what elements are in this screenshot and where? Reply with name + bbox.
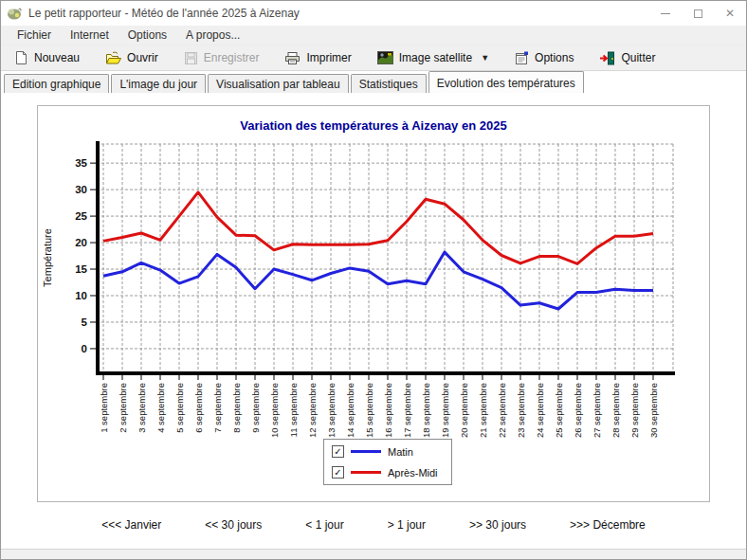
tab-statistiques[interactable]: Statistiques [351, 74, 427, 93]
x-tick-label: 17 septembre [402, 383, 412, 438]
x-tick-label: 24 septembre [535, 383, 545, 438]
nav-decembre[interactable]: >>> Décembre [570, 518, 646, 532]
x-tick-label: 18 septembre [421, 383, 431, 438]
open-folder-icon [105, 51, 121, 65]
apres-midi-checkbox[interactable]: ✓ [332, 466, 344, 479]
ouvrir-label: Ouvrir [127, 51, 158, 64]
title-bar: Le petit rapporteur - Météo de l'année 2… [1, 1, 746, 26]
legend-item-apres-midi: ✓ Après-Midi [332, 466, 444, 479]
maximize-button[interactable] [682, 1, 714, 26]
window-title: Le petit rapporteur - Météo de l'année 2… [28, 7, 649, 20]
close-icon: ✕ [725, 7, 735, 20]
y-tick-label: 30 [75, 184, 87, 195]
x-tick-label: 29 septembre [629, 383, 640, 438]
chart-panel: Variation des températures à Aizenay en … [37, 105, 710, 502]
tab-edition-graphique[interactable]: Edition graphique [4, 74, 109, 93]
menu-a-propos[interactable]: A propos... [176, 26, 249, 45]
maximize-icon [694, 9, 702, 18]
y-tick-label: 35 [75, 157, 87, 169]
matin-label: Matin [388, 446, 413, 458]
imprimer-button[interactable]: Imprimer [284, 51, 351, 65]
quitter-label: Quitter [621, 51, 655, 64]
tab-evolution-des-temperatures[interactable]: Evolution des températures [428, 71, 584, 93]
options-label: Options [535, 51, 574, 64]
date-navigation: <<< Janvier << 30 jours < 1 jour > 1 jou… [1, 518, 746, 532]
x-tick-label: 8 septembre [231, 383, 242, 433]
x-tick-label: 1 septembre [99, 383, 109, 433]
nouveau-button[interactable]: Nouveau [14, 50, 80, 65]
y-tick-label: 15 [75, 263, 87, 275]
series-line-1 [103, 192, 653, 264]
dropdown-arrow-icon: ▼ [481, 53, 489, 63]
printer-icon [284, 51, 301, 65]
apres-midi-line-sample [351, 471, 381, 474]
x-tick-label: 21 septembre [478, 383, 488, 438]
x-tick-label: 6 septembre [193, 383, 204, 433]
app-icon [7, 6, 22, 21]
y-tick-label: 20 [75, 237, 87, 248]
x-tick-label: 16 septembre [383, 383, 393, 438]
tab-page-content: Variation des températures à Aizenay en … [1, 93, 746, 549]
quit-icon [599, 51, 615, 65]
x-tick-label: 5 septembre [174, 383, 185, 433]
y-axis [96, 141, 100, 375]
imprimer-label: Imprimer [306, 51, 351, 64]
x-tick-label: 4 septembre [155, 383, 166, 433]
matin-checkbox[interactable]: ✓ [332, 445, 344, 458]
x-tick-label: 2 septembre [118, 383, 128, 433]
nav-janvier[interactable]: <<< Janvier [101, 518, 161, 532]
nouveau-label: Nouveau [34, 51, 80, 64]
x-tick-label: 27 septembre [592, 383, 602, 438]
nav-forward-1-jour[interactable]: > 1 jour [388, 518, 426, 532]
y-tick-label: 5 [82, 316, 88, 328]
menu-bar: Fichier Internet Options A propos... [1, 26, 746, 45]
x-tick-label: 19 septembre [440, 383, 450, 438]
close-button[interactable]: ✕ [714, 1, 746, 26]
save-icon [184, 51, 198, 65]
x-tick-label: 11 septembre [288, 383, 299, 437]
nav-forward-30-jours[interactable]: >> 30 jours [469, 518, 526, 532]
minimize-icon [661, 13, 670, 14]
x-tick-label: 23 septembre [516, 383, 526, 438]
x-tick-label: 15 septembre [364, 383, 374, 438]
x-tick-label: 22 septembre [497, 383, 507, 438]
menu-fichier[interactable]: Fichier [8, 26, 61, 45]
status-strip [1, 549, 746, 560]
nav-back-1-jour[interactable]: < 1 jour [305, 518, 343, 532]
nav-back-30-jours[interactable]: << 30 jours [205, 518, 262, 532]
y-axis-title: Température [42, 228, 53, 287]
image-satellite-label: Image satellite [399, 51, 472, 64]
menu-options[interactable]: Options [118, 26, 176, 45]
x-tick-label: 30 septembre [648, 383, 659, 438]
enregistrer-button[interactable]: Enregistrer [184, 51, 260, 65]
tab-image-du-jour[interactable]: L'image du jour [111, 74, 206, 93]
options-button[interactable]: Options [515, 51, 574, 65]
x-tick-label: 25 septembre [554, 383, 564, 438]
menu-internet[interactable]: Internet [61, 26, 118, 45]
x-tick-label: 10 septembre [269, 383, 280, 438]
enregistrer-label: Enregistrer [204, 51, 260, 64]
minimize-button[interactable] [649, 1, 682, 26]
chart-legend: ✓ Matin ✓ Après-Midi [323, 439, 452, 485]
y-tick-label: 0 [82, 343, 87, 354]
matin-line-sample [351, 450, 381, 453]
y-tick-label: 25 [75, 210, 87, 222]
x-tick-label: 28 septembre [610, 383, 621, 438]
tab-strip: Edition graphique L'image du jour Visual… [1, 71, 746, 93]
satellite-image-icon [377, 51, 393, 64]
x-tick-label: 13 septembre [326, 383, 337, 438]
x-tick-label: 26 septembre [573, 383, 583, 438]
options-icon [515, 51, 529, 65]
x-tick-label: 20 septembre [459, 383, 469, 438]
legend-item-matin: ✓ Matin [332, 445, 444, 458]
image-satellite-button[interactable]: Image satellite ▼ [377, 51, 489, 64]
new-document-icon [14, 50, 28, 65]
quitter-button[interactable]: Quitter [599, 51, 655, 65]
apres-midi-label: Après-Midi [388, 467, 438, 479]
x-axis [96, 371, 675, 375]
ouvrir-button[interactable]: Ouvrir [105, 51, 158, 65]
app-window: Le petit rapporteur - Météo de l'année 2… [0, 0, 747, 560]
tab-visualisation-par-tableau[interactable]: Visualisation par tableau [208, 74, 349, 93]
x-tick-label: 7 septembre [212, 383, 223, 433]
y-tick-label: 10 [75, 290, 87, 301]
